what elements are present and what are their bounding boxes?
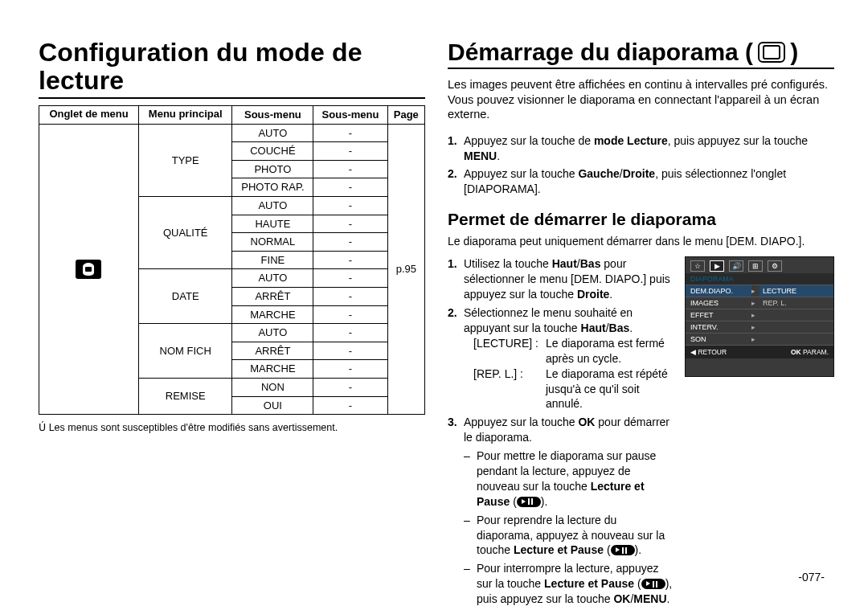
cell: - bbox=[313, 269, 387, 288]
intro-text: Les images peuvent être afﬁchées en cont… bbox=[448, 77, 834, 122]
cell: ARRÊT bbox=[232, 342, 313, 360]
th-sous1: Sous-menu bbox=[232, 106, 313, 125]
menu-date: DATE bbox=[138, 269, 231, 324]
cell: FINE bbox=[232, 251, 313, 269]
play-pause-icon bbox=[641, 579, 665, 589]
cell: - bbox=[313, 233, 387, 252]
cell: - bbox=[313, 124, 387, 142]
right-title: Démarrage du diaporama ( ) bbox=[448, 39, 834, 69]
lcd-tab-icon: ⚙ bbox=[768, 260, 782, 272]
step-text: Appuyez sur la touche Gauche/Droite, pui… bbox=[464, 166, 834, 197]
play-pause-icon bbox=[611, 545, 635, 555]
cell: ARRÊT bbox=[232, 288, 313, 306]
lcd-row: DEM.DIAPO.▸LECTURE bbox=[686, 285, 833, 297]
cell: PHOTO RAP. bbox=[232, 178, 313, 197]
cell: - bbox=[313, 142, 387, 161]
cell: PHOTO bbox=[232, 160, 313, 178]
cell: - bbox=[313, 396, 387, 415]
step2-1: 1. Utilisez la touche Haut/Bas pour séle… bbox=[448, 256, 674, 302]
cell: - bbox=[313, 178, 387, 197]
lcd-tab-icon: 🔊 bbox=[729, 260, 743, 272]
menu-remise: REMISE bbox=[138, 379, 231, 415]
th-menu: Menu principal bbox=[138, 106, 231, 125]
cell: - bbox=[313, 288, 387, 306]
th-onglet: Onglet de menu bbox=[39, 106, 139, 125]
left-title: Conﬁguration du mode de lecture bbox=[39, 39, 425, 99]
play-pause-icon bbox=[517, 497, 541, 507]
step-num: 2. bbox=[448, 166, 461, 197]
cell: - bbox=[313, 379, 387, 397]
lcd-tab-icon: ⊞ bbox=[748, 260, 763, 272]
footnote-star-icon: Ú bbox=[39, 421, 46, 433]
cell: HAUTE bbox=[232, 215, 313, 233]
lcd-row: SON▸ bbox=[686, 333, 833, 345]
onglet-icon-cell bbox=[39, 124, 139, 415]
menu-qualite: QUALITÉ bbox=[138, 197, 231, 269]
menu-nomfich: NOM FICH bbox=[138, 324, 231, 379]
svg-rect-0 bbox=[85, 267, 92, 272]
cell: - bbox=[313, 360, 387, 379]
cell: - bbox=[313, 160, 387, 178]
step-text: Appuyez sur la touche OK pour démarrer l… bbox=[464, 415, 674, 606]
cell: - bbox=[313, 305, 387, 324]
page-ref: p.95 bbox=[387, 124, 424, 415]
step2-2: 2. Sélectionnez le menu souhaité en appu… bbox=[448, 305, 674, 412]
th-page: Page bbox=[387, 106, 424, 125]
footnote: Ú Les menus sont susceptibles d'être mod… bbox=[39, 421, 425, 433]
step-num: 1. bbox=[448, 256, 461, 302]
cell: COUCHÉ bbox=[232, 142, 313, 161]
cell: NORMAL bbox=[232, 233, 313, 252]
cell: - bbox=[313, 342, 387, 360]
step-num: 1. bbox=[448, 133, 461, 164]
subintro: Le diaporama peut uniquement démarrer da… bbox=[448, 234, 834, 248]
cell: - bbox=[313, 251, 387, 269]
th-sous2: Sous-menu bbox=[313, 106, 387, 125]
step-2: 2. Appuyez sur la touche Gauche/Droite, … bbox=[448, 166, 834, 197]
cell: - bbox=[313, 215, 387, 233]
lcd-title: DIAPORAMA bbox=[686, 273, 833, 285]
menu-type: TYPE bbox=[138, 124, 231, 196]
right-title-close: ) bbox=[790, 39, 798, 66]
cell: - bbox=[313, 324, 387, 342]
steps-top: 1. Appuyez sur la touche de mode Lecture… bbox=[448, 133, 834, 198]
cell: OUI bbox=[232, 396, 313, 415]
cell: AUTO bbox=[232, 324, 313, 342]
lcd-tab-icon: ☆ bbox=[690, 260, 705, 272]
printer-icon bbox=[76, 260, 101, 279]
step-1: 1. Appuyez sur la touche de mode Lecture… bbox=[448, 133, 834, 164]
cell: AUTO bbox=[232, 197, 313, 215]
steps-bottom: 1. Utilisez la touche Haut/Bas pour séle… bbox=[448, 256, 674, 606]
lcd-row: IMAGES▸REP. L. bbox=[686, 297, 833, 309]
cell: AUTO bbox=[232, 124, 313, 142]
lcd-row: EFFET▸ bbox=[686, 309, 833, 321]
cell: MARCHE bbox=[232, 360, 313, 379]
camera-lcd: ☆ ▶ 🔊 ⊞ ⚙ DIAPORAMA DEM.DIAPO.▸LECTURE I… bbox=[685, 256, 834, 377]
page-number: -077- bbox=[798, 571, 825, 583]
step2-3: 3. Appuyez sur la touche OK pour démarre… bbox=[448, 415, 674, 606]
step-text: Utilisez la touche Haut/Bas pour sélecti… bbox=[464, 256, 674, 302]
step-text: Appuyez sur la touche de mode Lecture, p… bbox=[464, 133, 834, 164]
cell: - bbox=[313, 197, 387, 215]
lcd-tabs: ☆ ▶ 🔊 ⊞ ⚙ bbox=[686, 257, 833, 273]
settings-table: Onglet de menu Menu principal Sous-menu … bbox=[39, 105, 425, 415]
lcd-footer: ◀ RETOUR OK PARAM. bbox=[686, 345, 833, 358]
right-title-text: Démarrage du diaporama ( bbox=[448, 39, 753, 66]
footnote-text: Les menus sont susceptibles d'être modiﬁ… bbox=[49, 422, 338, 433]
lcd-row: INTERV.▸ bbox=[686, 321, 833, 333]
slideshow-icon bbox=[758, 42, 785, 63]
cell: MARCHE bbox=[232, 305, 313, 324]
lcd-tab-icon: ▶ bbox=[710, 260, 724, 272]
dash-list: –Pour mettre le diaporama sur pause pend… bbox=[464, 448, 674, 606]
step-num: 2. bbox=[448, 305, 461, 412]
cell: NON bbox=[232, 379, 313, 397]
step-num: 3. bbox=[448, 415, 461, 606]
step-text: Sélectionnez le menu souhaité en appuyan… bbox=[464, 305, 674, 412]
cell: AUTO bbox=[232, 269, 313, 288]
subheading: Permet de démarrer le diaporama bbox=[448, 210, 834, 229]
